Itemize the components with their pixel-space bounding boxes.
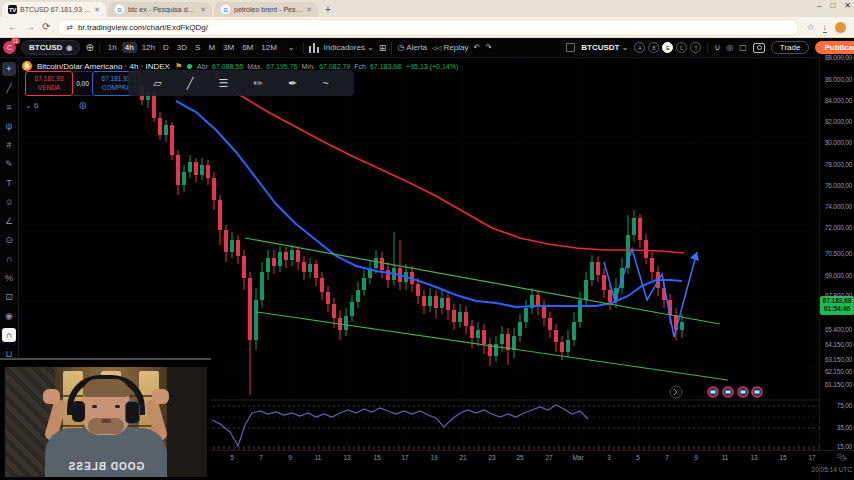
layer-button-C[interactable]: C (676, 42, 687, 53)
timeframe-12M[interactable]: 12M (258, 42, 280, 53)
sidebar-tool-icon[interactable]: ∩ (2, 252, 16, 266)
right-hand (152, 389, 169, 404)
timeframe-S[interactable]: S (192, 42, 203, 53)
browser-tab[interactable]: TVBTCUSD 67.181,93 ▼ -1,37%✕ (2, 2, 106, 17)
bookmark-icon[interactable]: ☆ (806, 22, 814, 32)
jump-to-realtime-button[interactable] (670, 386, 682, 398)
sidebar-tool-icon[interactable]: ✎ (2, 157, 16, 171)
download-icon[interactable]: ↓ (823, 22, 828, 33)
timeframe-M[interactable]: M (205, 42, 218, 53)
draw-tool-icon[interactable]: ✒ (288, 77, 297, 90)
reload-button[interactable]: ⟳ (42, 22, 50, 32)
sidebar-tool-icon[interactable]: % (2, 271, 16, 285)
price-scale-label: 86.000,00 (825, 76, 852, 83)
layer-button-E[interactable]: E (662, 42, 673, 53)
candle-body (428, 296, 432, 306)
forward-button[interactable]: → (25, 22, 35, 32)
tab-close-icon[interactable]: ✕ (306, 6, 312, 14)
draw-tool-icon[interactable]: ▱ (153, 77, 161, 90)
timeframe-D[interactable]: D (160, 42, 172, 53)
url-text[interactable]: br.tradingview.com/chart/ExdFkQDg/ (78, 23, 208, 32)
draw-tool-icon[interactable]: ╱ (187, 77, 194, 90)
candle-body (350, 302, 354, 316)
candle-body (536, 295, 540, 306)
candle-body (158, 118, 162, 135)
price-scale[interactable]: 67.183,68 01:54:46 88.000,0086.000,0084.… (819, 58, 854, 480)
symbol-search-button[interactable]: BTCUSD ◉ (21, 40, 80, 55)
candle-body (680, 322, 684, 330)
fullscreen-icon[interactable]: ▢ (739, 43, 747, 52)
timeframe-6M[interactable]: 6M (239, 42, 256, 53)
time-axis-label: 15 (373, 454, 380, 461)
chart-style-icon[interactable] (309, 43, 319, 53)
undo-button[interactable]: ↶ (473, 43, 480, 52)
sidebar-tool-icon[interactable]: # (2, 138, 16, 152)
sidebar-tool-icon[interactable]: ∠ (2, 214, 16, 228)
pane-settings-icon[interactable]: ⊙ (836, 452, 842, 460)
trade-button[interactable]: Trade (771, 41, 810, 54)
new-tab-button[interactable]: + (318, 2, 338, 17)
browser-profile-avatar[interactable] (835, 22, 846, 33)
url-box[interactable]: ⇄ br.tradingview.com/chart/ExdFkQDg/ (57, 19, 799, 36)
watchlist-eye-icon[interactable]: ◉ (66, 44, 72, 52)
maximize-icon[interactable]: □ (830, 1, 835, 10)
price-scale-label: 82.000,00 (825, 118, 852, 125)
bar-countdown: 01:54:46 (820, 305, 854, 313)
candle-body (476, 330, 480, 338)
tab-close-icon[interactable]: ✕ (200, 6, 206, 14)
layout-grid-icon[interactable]: ⊞ (379, 43, 387, 53)
sidebar-tool-icon[interactable]: ⊙ (2, 233, 16, 247)
watch-symbol-label[interactable]: BTCUSDT ⌄ (581, 43, 628, 52)
timeframe-12h[interactable]: 12h (139, 42, 158, 53)
candle-body (434, 296, 438, 308)
compare-add-button[interactable]: ⊕ (85, 42, 93, 53)
sidebar-tool-icon[interactable]: ☺ (2, 195, 16, 209)
indicators-button[interactable]: Indicadores ⌄ (324, 43, 374, 52)
target-icon[interactable]: ◎ (726, 43, 733, 52)
site-settings-icon[interactable]: ⇄ (66, 23, 73, 32)
candle-body (206, 165, 210, 178)
snapshot-camera-icon[interactable] (753, 43, 765, 53)
timeframe-menu-chevron[interactable]: ⌄ (285, 42, 298, 53)
replay-label: Replay (444, 43, 469, 52)
layer-button-A[interactable]: A (634, 42, 645, 53)
timeframe-4h[interactable]: 4h (122, 42, 137, 53)
sidebar-tool-icon[interactable]: + (2, 62, 16, 76)
publish-button[interactable]: Publicar (815, 41, 854, 54)
draw-tool-icon[interactable]: ☰ (219, 77, 229, 90)
layer-button-T[interactable]: T (690, 42, 701, 53)
timeframe-3D[interactable]: 3D (174, 42, 190, 53)
browser-tab[interactable]: Gbtc ex - Pesquisa do Google✕ (108, 2, 212, 17)
replay-button[interactable]: ◁◁ Replay (432, 43, 468, 52)
draw-tool-icon[interactable]: ~ (322, 77, 328, 89)
layer-button-B[interactable]: B (648, 42, 659, 53)
timeframe-3M[interactable]: 3M (220, 42, 237, 53)
watchlist-checkbox[interactable] (566, 43, 575, 52)
time-axis-label: 23 (488, 454, 495, 461)
timeframe-1h[interactable]: 1h (105, 42, 120, 53)
back-button[interactable]: ← (8, 22, 18, 32)
alert-button[interactable]: ◷ Alerta (397, 43, 427, 52)
candle-body (644, 240, 648, 258)
sell-button[interactable]: 67.181,93 VENDA (25, 71, 73, 96)
sidebar-tool-icon[interactable]: ≡ (2, 100, 16, 114)
sidebar-tool-icon[interactable]: ╱ (2, 81, 16, 95)
tab-close-icon[interactable]: ✕ (94, 6, 100, 14)
minimize-icon[interactable]: – (817, 1, 821, 10)
sidebar-tool-icon[interactable]: ψ (2, 119, 16, 133)
magnet-icon[interactable]: ∪ (714, 43, 720, 52)
candle-body (260, 272, 264, 300)
sidebar-tool-icon[interactable]: ⊡ (2, 290, 16, 304)
candle-body (374, 258, 378, 268)
indicator-collapse-toggle[interactable]: ⌄ 6 (25, 101, 38, 110)
redo-button[interactable]: ↷ (485, 43, 492, 52)
sidebar-tool-icon[interactable]: T (2, 176, 16, 190)
settings-gear-icon[interactable]: ⊛ (78, 100, 86, 111)
sidebar-tool-icon[interactable]: ◉ (2, 309, 16, 323)
sidebar-tool-icon[interactable]: ∩ (2, 328, 16, 342)
browser-tab[interactable]: Gpetróleo brent - Pesquisa do G✕ (214, 2, 318, 17)
user-avatar[interactable]: C 11 (3, 41, 16, 54)
close-icon[interactable]: ✕ (844, 1, 851, 10)
time-axis-label: 27 (545, 454, 552, 461)
draw-tool-icon[interactable]: ✏ (254, 77, 263, 90)
